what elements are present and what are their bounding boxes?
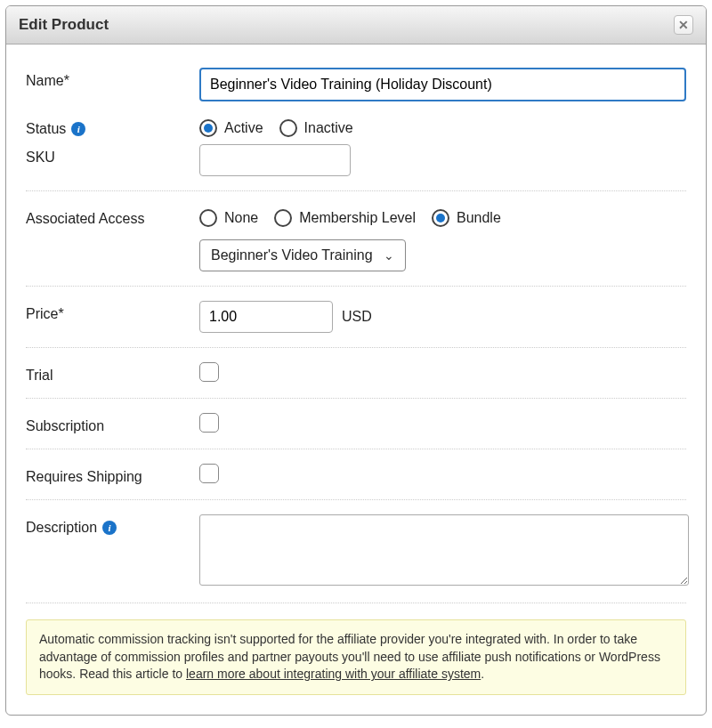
radio-label: Bundle (457, 210, 501, 226)
access-radio-none[interactable]: None (199, 209, 258, 227)
field-row-description: Description i (26, 507, 686, 603)
close-icon: ✕ (678, 18, 689, 32)
associated-access-label: Associated Access (26, 206, 199, 227)
radio-icon (279, 119, 297, 137)
status-radio-group: Active Inactive (199, 116, 686, 137)
bundle-select[interactable]: Beginner's Video Training ⌄ (199, 239, 406, 271)
commissions-heading: Commissions (26, 695, 686, 708)
access-radio-bundle[interactable]: Bundle (432, 209, 501, 227)
radio-icon (199, 119, 217, 137)
name-label: Name* (26, 68, 199, 89)
shipping-label: Requires Shipping (26, 464, 199, 485)
field-row-sku: SKU (26, 137, 686, 191)
sku-label: SKU (26, 144, 199, 166)
notice-link[interactable]: learn more about integrating with your a… (186, 667, 481, 681)
description-label-text: Description (26, 520, 97, 536)
radio-label: Active (224, 120, 263, 136)
field-row-name: Name* (26, 61, 686, 109)
price-label: Price* (26, 301, 199, 322)
dialog-content: Name* Status i Active Inactive (6, 44, 706, 715)
radio-label: Inactive (304, 120, 353, 136)
access-radio-group: None Membership Level Bundle (199, 206, 686, 227)
status-label: Status i (26, 116, 199, 137)
radio-label: None (224, 210, 258, 226)
description-label: Description i (26, 514, 199, 536)
description-textarea[interactable] (199, 514, 689, 586)
close-button[interactable]: ✕ (674, 15, 693, 35)
name-input[interactable] (199, 68, 686, 101)
radio-icon (274, 209, 292, 227)
info-icon[interactable]: i (102, 521, 117, 535)
radio-icon (432, 209, 449, 227)
access-radio-membership[interactable]: Membership Level (274, 209, 416, 227)
trial-label: Trial (26, 362, 199, 384)
chevron-down-icon: ⌄ (384, 248, 394, 263)
radio-label: Membership Level (299, 210, 416, 226)
sku-input[interactable] (199, 144, 351, 176)
affiliate-notice: Automatic commission tracking isn't supp… (26, 619, 686, 695)
status-label-text: Status (26, 121, 66, 137)
price-currency: USD (342, 309, 372, 325)
radio-icon (199, 209, 217, 227)
edit-product-dialog: Edit Product ✕ Name* Status i Active (5, 5, 707, 716)
trial-checkbox[interactable] (199, 362, 219, 382)
notice-text-after: . (481, 667, 484, 681)
dialog-title: Edit Product (19, 16, 109, 34)
field-row-subscription: Subscription (26, 406, 686, 449)
field-row-price: Price* USD (26, 294, 686, 348)
subscription-checkbox[interactable] (199, 413, 219, 433)
dialog-titlebar: Edit Product ✕ (6, 6, 706, 44)
shipping-checkbox[interactable] (199, 464, 219, 483)
price-input[interactable] (199, 301, 333, 333)
subscription-label: Subscription (26, 413, 199, 434)
status-radio-inactive[interactable]: Inactive (279, 119, 353, 137)
field-row-shipping: Requires Shipping (26, 457, 686, 500)
field-row-associated-access: Associated Access None Membership Level … (26, 198, 686, 287)
field-row-trial: Trial (26, 355, 686, 399)
bundle-select-value: Beginner's Video Training (211, 247, 373, 263)
field-row-status: Status i Active Inactive (26, 109, 686, 137)
status-radio-active[interactable]: Active (199, 119, 263, 137)
info-icon[interactable]: i (71, 122, 85, 136)
